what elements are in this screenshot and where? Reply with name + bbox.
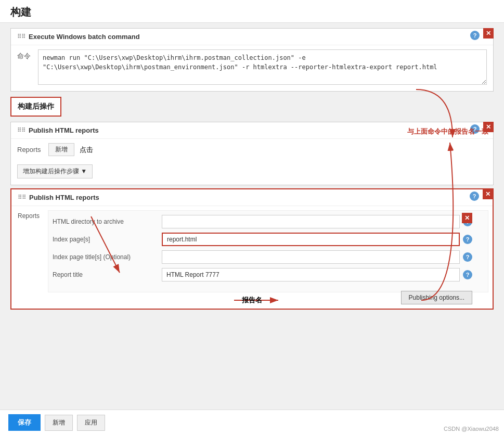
html-dir-input[interactable] [162,215,460,228]
reports-label-top: Reports [17,146,43,153]
publish-expanded-close-btn[interactable]: ✕ [483,189,493,199]
report-title-label: Report title [53,271,162,278]
watermark: CSDN @Xiaowu2048 [444,426,499,432]
index-title-input[interactable] [162,250,460,264]
reports-row-top: Reports 新增 点击 [11,139,493,160]
publishing-options-btn[interactable]: Publishing options... [401,291,472,304]
execute-cmd-close-btn[interactable]: ✕ [483,28,494,39]
index-page-help-btn[interactable]: ? [463,235,472,244]
page-title: 构建 [10,5,494,19]
index-page-label: Index page[s] [53,236,162,243]
save-btn[interactable]: 保存 [8,414,41,431]
command-section: 命令 newman run "C:\Users\xwp\Desktop\ihrm… [11,45,493,91]
html-dir-label: HTML directory to archive [53,218,162,225]
html-dir-row: HTML directory to archive ? [53,215,472,228]
publish-top-panel: ✕ ? ⠿⠿ Publish HTML reports Reports 新增 点… [10,122,494,185]
execute-cmd-panel: ✕ ? ⠿⠿ Execute Windows batch command 命令 … [10,28,494,92]
command-row: 命令 newman run "C:\Users\xwp\Desktop\ihrm… [17,49,487,85]
post-build-header: 构建后操作 [10,97,61,117]
add-post-build-btn[interactable]: 增加构建后操作步骤 ▼ [17,164,93,178]
index-page-row: Index page[s] ? [53,233,472,246]
index-title-help-btn[interactable]: ? [463,252,472,262]
execute-cmd-help-btn[interactable]: ? [470,31,480,40]
reports-section-label: Reports [11,206,48,220]
publish-expanded-help-btn[interactable]: ? [470,191,479,201]
new-report-btn[interactable]: 新增 [48,143,74,156]
publish-expanded-title: ⠿⠿ Publish HTML reports [11,189,493,206]
command-label: 命令 [17,49,33,61]
reports-inner-close-btn[interactable]: ✕ [462,213,472,223]
publish-top-title: ⠿⠿ Publish HTML reports [11,122,493,139]
action-bar: 保存 新增 应用 [0,410,504,435]
drag-handle3-icon: ⠿⠿ [18,194,26,201]
index-title-label: Index page title[s] (Optional) [53,253,162,261]
command-textarea[interactable]: newman run "C:\Users\xwp\Desktop\ihrm\ih… [38,49,487,85]
drag-handle2-icon: ⠿⠿ [17,127,25,134]
page-header: 构建 [0,0,504,23]
report-title-input[interactable] [162,268,460,282]
click-hint: 点击 [80,145,93,155]
reports-section: Reports ✕ HTML directory to archive ? In… [11,206,493,309]
publish-expanded-panel: ✕ ? ⠿⠿ Publish HTML reports Reports ✕ HT… [10,188,494,310]
reports-section-content: ✕ HTML directory to archive ? Index page… [48,206,493,309]
publish-top-close-btn[interactable]: ✕ [483,122,494,132]
drag-handle-icon: ⠿⠿ [17,33,25,40]
index-title-row: Index page title[s] (Optional) ? [53,250,472,264]
apply-btn[interactable]: 应用 [77,415,105,431]
report-title-row: Report title ? [53,268,472,282]
publish-top-help-btn[interactable]: ? [470,124,480,134]
report-title-help-btn[interactable]: ? [463,270,472,279]
execute-cmd-title: ⠿⠿ Execute Windows batch command [11,29,493,45]
new-btn-bottom[interactable]: 新增 [45,415,73,431]
index-page-input[interactable] [162,233,460,246]
